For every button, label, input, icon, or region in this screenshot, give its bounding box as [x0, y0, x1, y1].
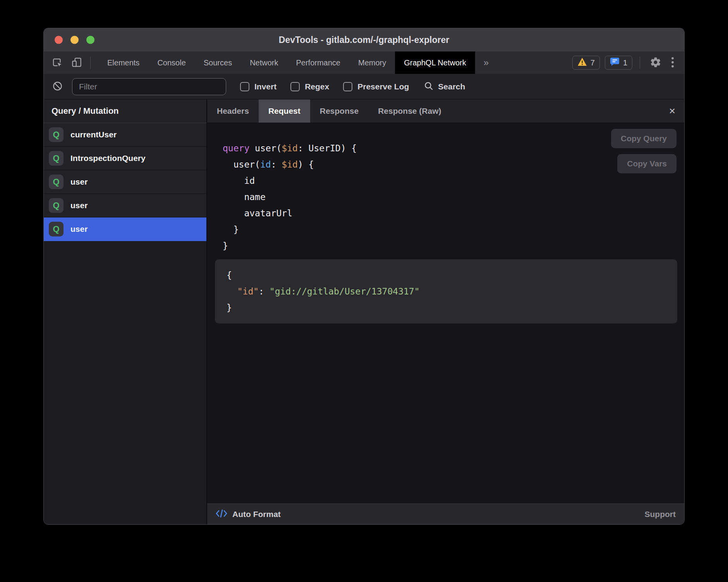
toolbar-tab-label: Network: [250, 58, 278, 67]
query-type-badge: Q: [49, 175, 64, 189]
graphql-query-code: query user($id: UserID) { user(id: $id) …: [223, 140, 357, 254]
toolbar-divider: [640, 56, 640, 69]
devtools-window: DevTools - gitlab.com/-/graphql-explorer: [43, 28, 685, 525]
more-panels-button[interactable]: »: [475, 51, 497, 74]
tab-sources[interactable]: Sources: [195, 51, 241, 74]
checkbox-preserve-log[interactable]: [343, 82, 352, 91]
code-line: id: [223, 173, 357, 189]
status-bar: Auto Format Support: [207, 503, 684, 524]
copy-vars-button[interactable]: Copy Vars: [617, 154, 676, 173]
tab-response[interactable]: Response: [310, 99, 368, 123]
support-link[interactable]: Support: [645, 510, 676, 519]
code-token-pl: name: [223, 192, 266, 202]
search-icon: [424, 81, 434, 92]
main-split: Query / Mutation Q currentUser Q Introsp…: [44, 99, 684, 524]
sidebar-item-label: currentUser: [70, 130, 117, 139]
panel-tab-strip: Elements Console Sources Network Perform…: [98, 51, 475, 74]
code-brackets-icon: [216, 508, 227, 520]
code-token-pl: avatarUrl: [223, 208, 292, 218]
query-type-badge: Q: [49, 127, 64, 142]
code-line: }: [223, 221, 357, 238]
code-token-pl: {: [227, 270, 232, 280]
detail-tab-strip: HeadersRequestResponseResponse (Raw) ×: [207, 99, 684, 123]
code-line: }: [227, 300, 666, 316]
device-toolbar-button[interactable]: [71, 56, 82, 69]
sidebar-item-label: user: [70, 201, 88, 210]
gear-icon: [650, 56, 661, 69]
tab-graphql-network[interactable]: GraphQL Network: [395, 51, 475, 74]
query-list: Q currentUser Q IntrospectionQuery Q use…: [44, 123, 206, 241]
tab-performance[interactable]: Performance: [287, 51, 350, 74]
query-type-badge: Q: [49, 222, 64, 236]
titlebar: DevTools - gitlab.com/-/graphql-explorer: [44, 28, 684, 51]
sidebar-item-label: user: [70, 177, 88, 187]
code-line: name: [223, 189, 357, 205]
copy-buttons: Copy Query Copy Vars: [611, 129, 676, 173]
tab-memory[interactable]: Memory: [349, 51, 395, 74]
device-toolbar-icon: [71, 56, 82, 69]
code-token-kw: query: [223, 143, 249, 153]
code-token-pl: [227, 286, 237, 296]
window-title: DevTools - gitlab.com/-/graphql-explorer: [279, 35, 449, 45]
sidebar-item-currentuser-0[interactable]: Q currentUser: [44, 123, 206, 147]
code-token-var: $id: [282, 143, 298, 153]
code-line: query user($id: UserID) {: [223, 140, 357, 156]
sidebar-item-label: IntrospectionQuery: [70, 154, 146, 163]
tab-network[interactable]: Network: [241, 51, 287, 74]
warnings-badge[interactable]: 7: [572, 56, 600, 70]
toolbar-tab-label: Memory: [358, 58, 386, 67]
query-list-panel: Query / Mutation Q currentUser Q Introsp…: [44, 99, 207, 524]
tab-request[interactable]: Request: [259, 99, 310, 123]
menu-button[interactable]: [669, 56, 676, 69]
code-token-str: "gid://gitlab/User/13704317": [270, 286, 420, 296]
checkbox-invert[interactable]: [240, 82, 249, 91]
message-bubble-icon: [610, 57, 620, 68]
sidebar-item-user-4[interactable]: Q user: [44, 217, 206, 241]
window-controls: [55, 36, 94, 44]
code-token-pl: user(: [249, 143, 282, 153]
code-line: {: [227, 267, 666, 283]
issues-badge[interactable]: 1: [605, 56, 632, 70]
settings-button[interactable]: [647, 56, 664, 69]
kebab-icon: [671, 56, 674, 69]
close-detail-button[interactable]: ×: [660, 99, 684, 123]
toolbar-tab-label: GraphQL Network: [404, 58, 466, 67]
tab-headers[interactable]: Headers: [207, 99, 259, 123]
toolbar-tab-label: Elements: [107, 58, 139, 67]
filter-bar: Invert Regex Preserve Log Search: [44, 74, 684, 99]
toolbar-tab-label: Sources: [204, 58, 232, 67]
search-label: Search: [438, 82, 465, 91]
sidebar-item-user-2[interactable]: Q user: [44, 170, 206, 194]
toolbar-right-group: 7 1: [572, 51, 684, 74]
code-token-var: $id: [282, 159, 298, 169]
filter-input[interactable]: [72, 78, 226, 95]
sidebar-item-label: user: [70, 224, 88, 234]
query-type-badge: Q: [49, 151, 64, 166]
code-token-pl: }: [227, 303, 232, 313]
copy-query-button[interactable]: Copy Query: [611, 129, 676, 148]
minimize-window-button[interactable]: [70, 36, 79, 44]
auto-format-button[interactable]: Auto Format: [232, 510, 281, 519]
code-token-attr: id: [260, 159, 271, 169]
code-line: avatarUrl: [223, 205, 357, 221]
tab-elements[interactable]: Elements: [98, 51, 148, 74]
clear-requests-button[interactable]: [52, 81, 63, 92]
maximize-window-button[interactable]: [86, 36, 94, 44]
query-list-header: Query / Mutation: [44, 99, 206, 123]
close-window-button[interactable]: [55, 36, 63, 44]
code-token-pl: }: [223, 241, 228, 251]
checkbox-regex[interactable]: [290, 82, 300, 91]
sidebar-item-introspectionquery-1[interactable]: Q IntrospectionQuery: [44, 147, 206, 170]
search-control[interactable]: Search: [424, 81, 465, 92]
request-detail-panel: HeadersRequestResponseResponse (Raw) × q…: [207, 99, 684, 524]
inspect-cursor-icon: [52, 56, 63, 69]
warning-count: 7: [591, 58, 595, 67]
toolbar-tab-label: Console: [157, 58, 185, 67]
code-line: "id": "gid://gitlab/User/13704317": [227, 283, 666, 300]
tab-response-raw[interactable]: Response (Raw): [368, 99, 451, 123]
inspect-element-button[interactable]: [52, 56, 63, 69]
tab-console[interactable]: Console: [148, 51, 194, 74]
code-line: user(id: $id) {: [223, 156, 357, 173]
code-token-pl: id: [223, 176, 255, 186]
sidebar-item-user-3[interactable]: Q user: [44, 194, 206, 217]
